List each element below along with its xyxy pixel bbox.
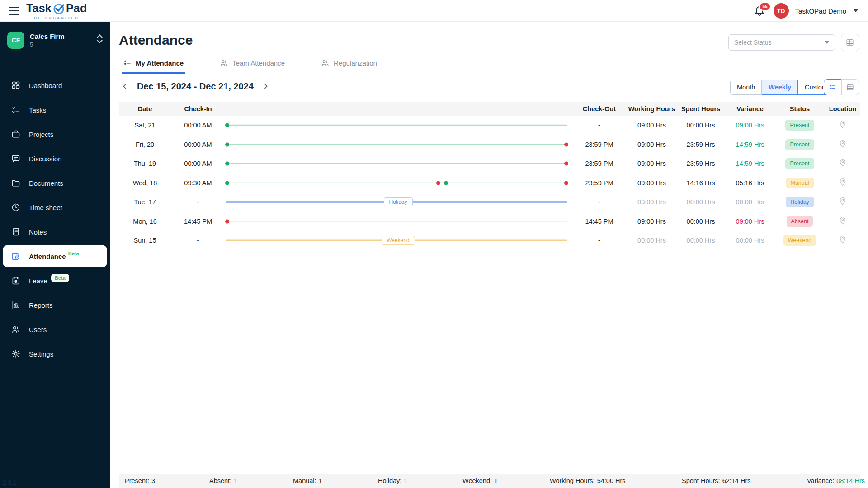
- sidebar-item-reports[interactable]: Reports: [3, 294, 107, 316]
- summary-bar: Present:3 Absent:1 Manual:1 Holiday:1 We…: [119, 474, 860, 488]
- location-pin-icon[interactable]: [839, 159, 846, 167]
- hamburger-menu-icon[interactable]: [8, 6, 20, 15]
- attendance-tabs: My Attendance Team Attendance Regulariza…: [119, 58, 860, 74]
- row-date: Wed, 18: [119, 179, 171, 187]
- row-check-out: 14:45 PM: [571, 218, 627, 225]
- period-month-button[interactable]: Month: [730, 80, 762, 95]
- location-pin-icon[interactable]: [839, 140, 846, 148]
- row-check-out: -: [571, 237, 627, 244]
- col-check-out: Check-Out: [571, 105, 627, 113]
- row-variance: 14:59 Hrs: [726, 160, 774, 167]
- workspace-avatar: CF: [7, 32, 24, 49]
- gear-icon: [11, 349, 21, 359]
- previous-week-button[interactable]: [119, 80, 131, 92]
- beta-badge: Beta: [68, 251, 79, 256]
- list-icon: [829, 84, 836, 91]
- user-avatar[interactable]: TD: [774, 3, 789, 19]
- leave-calendar-icon: [11, 276, 21, 286]
- location-pin-icon[interactable]: [839, 197, 846, 206]
- main-content: Attendance Select Status My Attendance T…: [110, 22, 868, 488]
- next-week-button[interactable]: [260, 80, 272, 92]
- row-check-in: 00:00 AM: [171, 160, 225, 167]
- sidebar-item-projects[interactable]: Projects: [3, 123, 107, 145]
- row-spent-hours: 23:59 Hrs: [676, 160, 726, 167]
- list-view-button[interactable]: [824, 79, 841, 95]
- row-working-hours: 09:00 Hrs: [627, 141, 676, 148]
- summary-weekend: Weekend:1: [462, 477, 498, 484]
- table-view-button[interactable]: [841, 34, 859, 51]
- sidebar-item-label: Reports: [29, 301, 53, 309]
- period-weekly-button[interactable]: Weekly: [762, 80, 798, 95]
- sidebar-item-attendance[interactable]: Attendance Beta: [3, 245, 107, 267]
- row-date: Mon, 16: [119, 218, 171, 225]
- summary-spent-hours: Spent Hours:62:14 Hrs: [682, 477, 751, 484]
- status-badge: Manual: [786, 178, 814, 188]
- user-name[interactable]: TaskOPad Demo: [795, 7, 846, 15]
- status-badge: Present: [785, 139, 814, 150]
- tab-regularization[interactable]: Regularization: [319, 58, 379, 73]
- chevron-down-icon: [825, 41, 829, 44]
- sidebar-item-label: Users: [29, 326, 47, 333]
- sidebar-item-documents[interactable]: Documents: [3, 172, 107, 194]
- row-spent-hours: 14:16 Hrs: [676, 179, 726, 187]
- logo-check-icon: [52, 2, 66, 15]
- sidebar-item-settings[interactable]: Settings: [3, 343, 107, 365]
- location-pin-icon[interactable]: [839, 120, 846, 129]
- row-check-in: 00:00 AM: [171, 141, 225, 148]
- workspace-switcher[interactable]: CF Ca/cs Firm 5: [0, 22, 110, 53]
- row-date: Tue, 17: [119, 198, 171, 206]
- date-navigation: Dec 15, 2024 - Dec 21, 2024: [119, 80, 272, 92]
- top-bar: Task Pad BE ORGANIZED 55 TD TaskOPad Dem…: [0, 0, 868, 22]
- chevron-right-icon: [262, 83, 269, 90]
- status-badge: Holiday: [786, 197, 814, 207]
- status-filter-select[interactable]: Select Status: [728, 34, 835, 51]
- sidebar-item-dashboard[interactable]: Dashboard: [3, 74, 107, 97]
- app-logo: Task Pad BE ORGANIZED: [26, 2, 87, 20]
- sidebar-item-notes[interactable]: Notes: [3, 221, 107, 243]
- grid-view-button[interactable]: [841, 79, 859, 95]
- col-location: Location: [825, 105, 860, 113]
- row-check-in: 00:00 AM: [171, 122, 225, 129]
- projects-icon: [11, 129, 21, 139]
- sidebar-item-discussion[interactable]: Discussion: [3, 147, 107, 170]
- status-badge: Present: [785, 158, 814, 169]
- attendance-timeline: Weekend: [225, 231, 571, 250]
- notifications-button[interactable]: 55: [754, 4, 767, 18]
- row-spent-hours: 00:00 Hrs: [676, 218, 726, 225]
- row-spent-hours: 23:59 Hrs: [676, 141, 726, 148]
- table-row: Sat, 21 00:00 AM - 09:00 Hrs 00:00 Hrs 0…: [119, 116, 860, 135]
- table-header: Date Check-In Check-Out Working Hours Sp…: [119, 102, 860, 116]
- check-in-dot: [225, 162, 229, 166]
- row-check-out: 23:59 PM: [571, 179, 627, 187]
- sidebar-item-timesheet[interactable]: Time sheet: [3, 196, 107, 219]
- user-menu-caret-icon[interactable]: [854, 9, 858, 12]
- tab-label: My Attendance: [136, 59, 184, 67]
- table-row: Sun, 15 - Weekend - 00:00 Hrs 00:00 Hrs …: [119, 231, 860, 250]
- location-pin-icon[interactable]: [839, 178, 846, 187]
- attendance-timeline: [225, 212, 571, 231]
- summary-absent: Absent:1: [209, 477, 237, 484]
- check-in-dot: [225, 181, 229, 185]
- sidebar-item-leave[interactable]: Leave Beta: [3, 269, 107, 292]
- logo-text-pad: Pad: [66, 2, 87, 15]
- discussion-icon: [11, 154, 21, 164]
- tab-team-attendance[interactable]: Team Attendance: [218, 58, 287, 73]
- sidebar-item-tasks[interactable]: Tasks: [3, 99, 107, 121]
- location-pin-icon[interactable]: [839, 235, 846, 244]
- holiday-timeline-label: Holiday: [383, 197, 412, 206]
- documents-folder-icon: [11, 178, 21, 188]
- table-row: Tue, 17 - Holiday - 09:00 Hrs 00:00 Hrs …: [119, 192, 860, 212]
- sidebar-item-users[interactable]: Users: [3, 318, 107, 341]
- summary-working-hours: Working Hours:54:00 Hrs: [550, 477, 626, 484]
- tab-my-attendance[interactable]: My Attendance: [122, 58, 185, 74]
- location-pin-icon[interactable]: [839, 216, 846, 225]
- row-check-out: 23:59 PM: [571, 160, 627, 167]
- users-icon: [11, 324, 21, 334]
- check-in-dot: [225, 219, 229, 223]
- col-date: Date: [119, 105, 171, 113]
- team-icon: [220, 59, 228, 67]
- col-variance: Variance: [726, 105, 774, 113]
- row-variance: 09:00 Hrs: [726, 122, 774, 129]
- check-in-dot: [225, 142, 229, 146]
- sidebar-item-label: Documents: [29, 179, 63, 187]
